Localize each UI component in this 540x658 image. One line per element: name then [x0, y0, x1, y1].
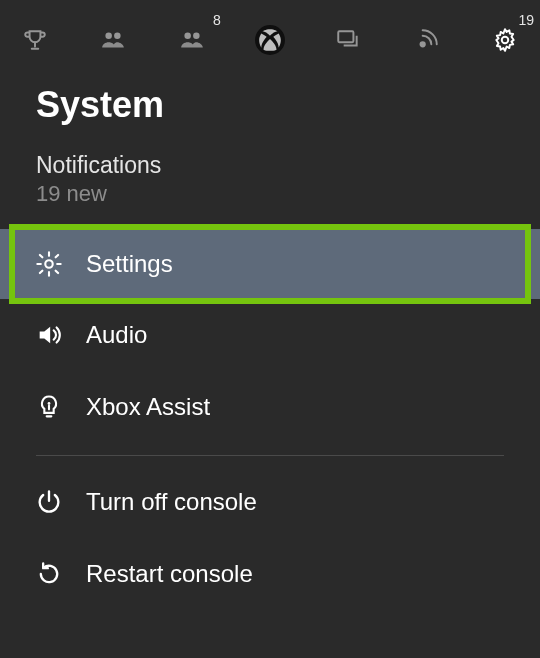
guide-tabs: 8 19: [0, 0, 540, 80]
menu-label: Settings: [86, 250, 173, 278]
tab-party[interactable]: 8: [167, 20, 217, 60]
speaker-icon: [34, 320, 64, 350]
party-badge: 8: [213, 12, 221, 28]
svg-point-2: [184, 32, 191, 39]
settings-gear-icon: [492, 27, 518, 53]
tab-system[interactable]: 19: [480, 20, 530, 60]
gear-icon: [34, 249, 64, 279]
tab-home[interactable]: [245, 20, 295, 60]
page-title: System: [0, 80, 540, 134]
notifications-count: 19 new: [36, 181, 540, 207]
party-icon: [179, 27, 205, 53]
menu-divider: [36, 455, 504, 456]
menu-item-restart[interactable]: Restart console: [0, 538, 540, 610]
trophy-icon: [22, 27, 48, 53]
broadcast-icon: [414, 27, 440, 53]
svg-rect-4: [339, 31, 354, 42]
menu-label: Restart console: [86, 560, 253, 588]
menu-item-settings[interactable]: Settings: [0, 229, 540, 299]
menu-item-turn-off[interactable]: Turn off console: [0, 466, 540, 538]
menu-item-audio[interactable]: Audio: [0, 299, 540, 371]
system-badge: 19: [518, 12, 534, 28]
svg-point-3: [193, 32, 200, 39]
menu-label: Xbox Assist: [86, 393, 210, 421]
tab-friends[interactable]: [88, 20, 138, 60]
notifications-block[interactable]: Notifications 19 new: [0, 134, 540, 211]
messages-icon: [335, 27, 361, 53]
tab-broadcast[interactable]: [401, 20, 451, 60]
svg-point-0: [106, 32, 113, 39]
svg-point-1: [115, 32, 122, 39]
svg-point-8: [48, 402, 51, 405]
menu-item-xbox-assist[interactable]: Xbox Assist: [0, 371, 540, 443]
tab-achievements[interactable]: [10, 20, 60, 60]
tab-messages[interactable]: [323, 20, 373, 60]
svg-point-7: [45, 260, 52, 267]
power-icon: [34, 487, 64, 517]
system-menu: Settings Audio Xbox Assist: [0, 229, 540, 610]
notifications-label: Notifications: [36, 152, 540, 179]
menu-label: Turn off console: [86, 488, 257, 516]
lightbulb-icon: [34, 392, 64, 422]
svg-point-6: [502, 37, 509, 44]
menu-label: Audio: [86, 321, 147, 349]
svg-point-5: [420, 42, 424, 46]
restart-icon: [34, 559, 64, 589]
people-icon: [100, 27, 126, 53]
xbox-logo-icon: [255, 25, 285, 55]
